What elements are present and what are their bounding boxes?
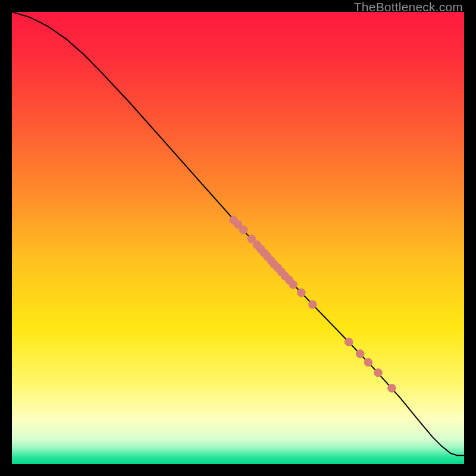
- curve-marker: [356, 350, 364, 358]
- watermark-text: TheBottleneck.com: [354, 0, 463, 14]
- gradient-bg: [12, 12, 464, 464]
- curve-marker: [298, 289, 306, 297]
- gradient-plot: [12, 12, 464, 464]
- chart-frame: [12, 12, 464, 464]
- curve-marker: [374, 369, 383, 377]
- curve-marker: [388, 384, 396, 392]
- curve-marker: [239, 226, 248, 234]
- curve-marker: [364, 358, 372, 367]
- curve-marker: [289, 280, 298, 289]
- curve-marker: [309, 300, 317, 309]
- curve-marker: [345, 338, 353, 346]
